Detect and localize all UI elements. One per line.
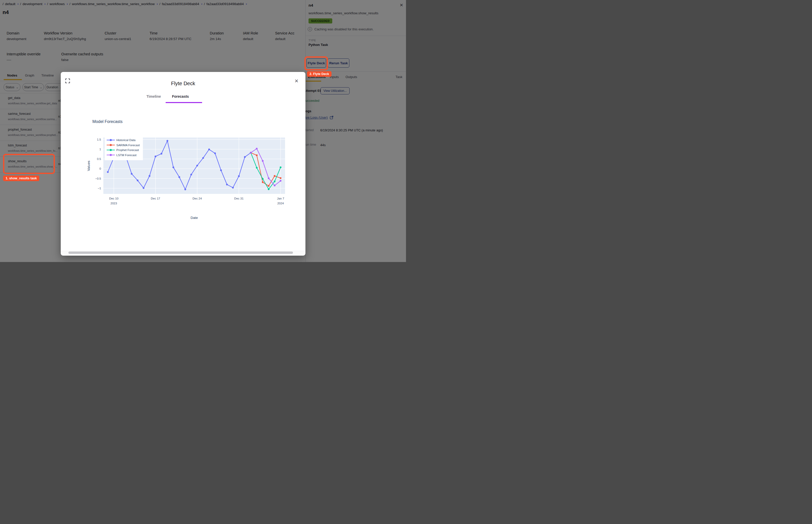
- data-point: [226, 184, 228, 185]
- legend-label: Historical Data: [116, 138, 135, 142]
- x-tick-label: Dec 17: [151, 197, 160, 200]
- forecast-chart: Model Forecasts Values Date 1.510.50−0.5…: [82, 110, 285, 227]
- legend-label: SARIMA Forecast: [116, 144, 140, 147]
- flyte-deck-modal: Flyte Deck ✕ Timeline Forecasts Model Fo…: [61, 72, 306, 256]
- active-deck-tab-underline: [166, 102, 202, 103]
- data-point: [274, 181, 276, 182]
- data-point: [274, 175, 276, 177]
- x-tick-sublabel: 2024: [277, 202, 284, 205]
- data-point: [173, 167, 174, 168]
- legend-swatch-dot: [110, 154, 112, 156]
- data-point: [280, 180, 281, 182]
- data-point: [161, 153, 162, 154]
- data-point: [202, 157, 204, 159]
- y-tick-label: −1: [98, 187, 101, 190]
- chart-title: Model Forecasts: [92, 119, 123, 124]
- x-tick-label: Dec 31: [234, 197, 243, 200]
- data-point: [107, 171, 109, 173]
- data-point: [196, 165, 198, 167]
- data-point: [268, 177, 270, 179]
- deck-tab-timeline[interactable]: Timeline: [146, 94, 161, 98]
- data-point: [137, 180, 139, 181]
- data-point: [232, 187, 234, 189]
- annotation-badge-step1: 1. show_results task: [3, 176, 39, 181]
- data-point: [214, 152, 216, 154]
- y-tick-label: −0.5: [95, 177, 101, 180]
- data-point: [131, 173, 132, 175]
- y-tick-label: 0.5: [97, 158, 101, 161]
- data-point: [143, 187, 144, 189]
- app-root: / default ▾ / development ▾ / workflows …: [0, 0, 406, 262]
- legend-label: LSTM Forecast: [116, 153, 136, 157]
- data-point: [280, 177, 281, 179]
- data-point: [262, 160, 264, 162]
- x-tick-sublabel: 2023: [111, 202, 117, 205]
- data-point: [256, 167, 258, 169]
- data-point: [167, 140, 168, 142]
- modal-scrollbar-thumb[interactable]: [68, 251, 293, 254]
- legend-swatch-dot: [110, 139, 112, 141]
- data-point: [256, 154, 258, 156]
- data-point: [149, 175, 150, 177]
- data-point: [262, 178, 264, 180]
- y-tick-label: 0: [99, 167, 101, 170]
- data-point: [238, 175, 240, 177]
- data-point: [220, 169, 222, 171]
- data-point: [178, 176, 180, 178]
- data-point: [280, 167, 281, 168]
- data-point: [155, 155, 157, 158]
- data-point: [190, 174, 192, 176]
- legend-label: Prophet Forecast: [116, 148, 139, 151]
- x-tick-label: Dec 10: [109, 197, 118, 200]
- x-tick-label: Jan 7: [277, 197, 284, 200]
- data-point: [250, 152, 251, 153]
- data-point: [208, 148, 210, 150]
- y-tick-label: 1.5: [97, 138, 101, 141]
- data-point: [268, 185, 270, 187]
- close-icon[interactable]: ✕: [294, 78, 298, 84]
- x-axis-title: Date: [191, 216, 198, 220]
- y-tick-label: 1: [99, 148, 101, 151]
- chart-legend[interactable]: Historical DataSARIMA ForecastProphet Fo…: [104, 135, 143, 160]
- modal-title: Flyte Deck: [61, 81, 306, 86]
- data-point: [268, 188, 270, 190]
- data-point: [184, 189, 186, 190]
- legend-swatch-dot: [110, 149, 112, 151]
- annotation-badge-step2: 2. Flyte Deck: [307, 71, 331, 77]
- data-point: [244, 156, 246, 158]
- data-point: [256, 148, 258, 149]
- data-point: [274, 185, 276, 186]
- x-tick-label: Dec 24: [192, 197, 202, 200]
- y-axis-title: Values: [87, 161, 91, 171]
- data-point: [262, 181, 264, 183]
- legend-swatch-dot: [110, 144, 112, 146]
- deck-tab-forecasts[interactable]: Forecasts: [172, 94, 189, 98]
